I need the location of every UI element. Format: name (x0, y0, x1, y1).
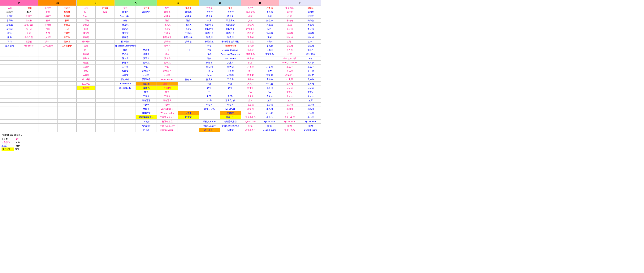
cell-c1: 撒贝宁 (199, 77, 220, 82)
cell-d2: 大张伟 (260, 77, 279, 82)
header-row: P SS S A B C D F (0, 0, 321, 6)
cell-a2: 威廉哈雷 (136, 111, 157, 115)
cell-f2: 周立齐 (300, 73, 321, 77)
cell-s1: 张嘉儿 (76, 23, 96, 27)
table-row: 志权权志龙西野圭吾东野圭吾王嘉儿王嘉尔章节张杰发际线吴正强 (0, 69, 321, 73)
sub-header-row: Sulli 崔雪莉 花木兰 刘亦菲 山支 孟美岐 吴宣 吴宣仪 锦鲤 杨超越 指… (0, 6, 321, 10)
cell-a2: 迪丽热巴 (136, 10, 157, 14)
cell-b1: William Harley (157, 111, 178, 115)
cell-a2: 伊凡颖 (136, 128, 157, 132)
cell-d1: 银卡莎 (241, 56, 260, 61)
table-row: 聪聪王思聪吴skr吴亦凡桥本环奈桥本环奈黄子韬黄子稻杨诗劳拉卡莉斯塔 埃尔维拉韩… (0, 39, 321, 44)
cell-c1: 寡姐 (199, 56, 220, 61)
cell-ss1 (38, 124, 57, 128)
cell-ss1 (38, 73, 57, 77)
cell-s2 (96, 115, 115, 119)
cell-d2: 王菊 (260, 35, 279, 39)
cell-s1 (76, 115, 96, 119)
cell-d2: 柳岩 (260, 27, 279, 31)
cell-c2: 不容易 (220, 77, 241, 82)
table-row: 杨过杨过钙GAIGAI龙傲天龙傲天 (0, 90, 321, 94)
cell-ss2: 林允儿 (57, 23, 76, 27)
cell-s2 (96, 77, 115, 82)
cell-a1: 朱古力娜扎 (115, 14, 136, 18)
cell-ss1 (38, 111, 57, 115)
sub-header-b2: 杨超越 (178, 6, 199, 10)
cell-a1: 孙娜恩 (115, 35, 136, 39)
cell-f2: 中本聡 (300, 115, 321, 119)
header-s: S (76, 0, 115, 6)
cell-d1: 富士小百合 (241, 128, 260, 132)
table-row: 车银优车银优PBBPDD大丈夫大丈夫大丈夫大丈夫 (0, 94, 321, 98)
header-p: P (0, 0, 38, 6)
cell-f2: 篮拜 (300, 98, 321, 103)
cell-f2: 赫敏 (300, 56, 321, 61)
cell-s2 (96, 23, 115, 27)
cell-b2 (178, 56, 199, 61)
cell-p1: 阳易 (0, 35, 19, 39)
cell-b2 (178, 65, 199, 69)
cell-b1: 印尼雅加达9/12 (157, 115, 178, 119)
cell-p2 (19, 124, 38, 128)
cell-p1 (0, 119, 19, 124)
cell-ss2 (57, 119, 76, 124)
cell-c1: 凌崎纱夏 (199, 31, 220, 35)
cell-ss2 (57, 48, 76, 52)
cell-d1: 林更新 (241, 65, 260, 69)
cell-b2 (178, 44, 199, 48)
cell-f1: 大丈夫 (279, 94, 300, 98)
table-row: 王井博王一博李白李白魏全能魏大勋林更新林更新王墙泽王墙泽 (0, 65, 321, 69)
cell-d1: GAI (241, 90, 260, 94)
cell-ss1 (38, 61, 57, 65)
cell-c2: 姜北鼻 (220, 14, 241, 18)
cell-s1 (76, 111, 96, 115)
sub-header-s1: 山支 (76, 6, 96, 10)
cell-p2 (19, 86, 38, 90)
cell-a1: 蔡徐坤 (115, 61, 136, 65)
cell-p1 (0, 90, 19, 94)
cell-d2: 韩安冉 (260, 39, 279, 44)
cell-c2: 渗透之C菌 (220, 98, 241, 103)
cell-ss2 (57, 65, 76, 69)
cell-c2: 电锯惊魂嫌疑 (220, 119, 241, 124)
cell-a1 (115, 111, 136, 115)
cell-s1 (76, 103, 96, 107)
cell-s2 (96, 124, 115, 128)
cell-f2: 宋民国 (300, 107, 321, 111)
cell-d1: 章节 (241, 69, 260, 73)
cell-s1: 孙娜恩 (76, 35, 96, 39)
cell-d2: 吴映洁 (260, 23, 279, 27)
cell-c2: 武松 (220, 86, 241, 90)
cell-f2: 赵日天 (300, 86, 321, 90)
cell-c2: 日本女 (220, 128, 241, 132)
cell-ss2 (57, 103, 76, 107)
table-row: 可可梨野菲律马尼拉10/9渭公帕尼威特泰国suphanburi5/5纳德纳德纳德… (0, 124, 321, 128)
cell-s1: 桥本环奈 (76, 39, 96, 44)
cell-b2 (178, 107, 199, 111)
cell-b2 (178, 69, 199, 73)
total-value: 151 (16, 138, 19, 140)
cell-ss1 (38, 77, 57, 82)
cell-b2 (178, 90, 199, 94)
cell-b1: 崔英恩 (157, 23, 178, 27)
cell-p2 (19, 73, 38, 77)
cell-s1: 志权 (76, 69, 96, 73)
cell-ss2 (57, 56, 76, 61)
cell-b1: Justin Bieber (157, 107, 178, 111)
cell-b2 (178, 98, 199, 103)
table-row: 阳易易烊千玺小绵羊张艺兴孙娜恩孙娜恩板野虎牙板野友美郑秀妍郑秀妍王小菊王菊萌大奶… (0, 35, 321, 39)
cell-a1 (115, 128, 136, 132)
cell-d1: 裴珠泫 (241, 48, 260, 52)
cell-a1 (115, 107, 136, 111)
cell-ss1: 江户三柯南 (38, 44, 57, 48)
cell-s1 (76, 90, 96, 94)
cell-a2: 中本联 (136, 73, 157, 77)
table-row: 猪猪延朱正廷刚哥王源囧囧周洁琼金泰妍金泰妍前田散酱前田数子木卯山石柳岩落天依洛天… (0, 27, 321, 31)
sub-header-s2: 孟美岐 (96, 6, 115, 10)
cell-a2: 卞在勋 (136, 119, 157, 124)
cell-b1: 黄明昊 (157, 44, 178, 48)
sub-header-p2: 崔雪莉 (19, 6, 38, 10)
header-b: B (157, 0, 199, 6)
cell-b2: 崔秀英 (178, 23, 199, 27)
cell-p2: 武则天 (19, 14, 38, 18)
